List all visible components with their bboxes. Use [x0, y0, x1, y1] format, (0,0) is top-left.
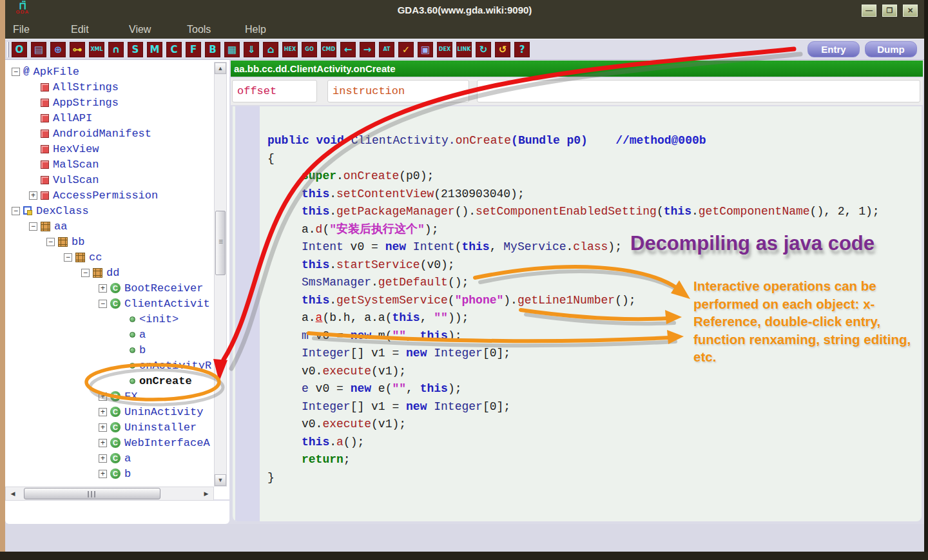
menu-item-tools[interactable]: Tools	[187, 21, 245, 38]
undo-icon[interactable]: ↺	[495, 42, 510, 57]
close-button[interactable]: ✕	[903, 5, 918, 17]
xml-icon[interactable]: XML	[89, 42, 104, 57]
expander-minus-icon[interactable]: −	[29, 222, 37, 231]
tree-item-onactivityr[interactable]: onActivityR	[5, 358, 214, 373]
tree-item-dexclass[interactable]: −DexClass	[5, 203, 214, 218]
expander-minus-icon[interactable]: −	[64, 253, 72, 262]
code-token: (	[322, 223, 329, 236]
entry-button[interactable]: Entry	[807, 41, 860, 57]
classes-icon[interactable]: C	[166, 42, 182, 57]
expander-plus-icon[interactable]: +	[99, 439, 107, 447]
tree-item-bb[interactable]: −bb	[5, 234, 214, 249]
tree-item-dd[interactable]: −dd	[5, 265, 214, 280]
tree-item-uninactivity[interactable]: +CUninActivity	[5, 404, 214, 420]
menu-item-view[interactable]: View	[129, 21, 187, 38]
tree-item-clientactivit[interactable]: −CClientActivit	[5, 296, 214, 311]
expander-minus-icon[interactable]: −	[81, 269, 90, 277]
forward-icon[interactable]: →	[360, 42, 375, 57]
code-xref-link[interactable]: a	[316, 311, 323, 324]
dump-button[interactable]: Dump	[865, 41, 917, 57]
open-icon[interactable]: O	[12, 42, 27, 57]
expander-plus-icon[interactable]: +	[99, 423, 107, 432]
android-icon[interactable]: ∩	[108, 42, 124, 57]
scroll-down-icon[interactable]: ▼	[215, 474, 226, 486]
methods-icon[interactable]: M	[147, 42, 162, 57]
help-icon[interactable]: ?	[514, 42, 530, 57]
column-header-instruction[interactable]: instruction	[327, 80, 469, 102]
expander-spacer	[29, 176, 37, 184]
tree-horizontal-scrollbar[interactable]: ◀ ▶	[5, 487, 214, 501]
column-header-offset[interactable]: offset	[232, 80, 317, 102]
module-icon[interactable]: ▦	[224, 42, 240, 57]
expander-plus-icon[interactable]: +	[99, 454, 107, 463]
tree-item-bootreceiver[interactable]: +CBootReceiver	[5, 280, 214, 296]
code-token: onCreate	[343, 169, 399, 182]
note-icon[interactable]: ▣	[418, 42, 433, 57]
package-icon	[41, 222, 50, 231]
scroll-left-icon[interactable]: ◀	[7, 487, 19, 500]
dex-icon[interactable]: DEX	[437, 42, 452, 57]
mark-icon[interactable]: ✓	[398, 42, 414, 57]
expander-plus-icon[interactable]: +	[29, 191, 37, 200]
tree-item-accesspermission[interactable]: +AccessPermission	[5, 188, 214, 203]
tree-item-label: bb	[72, 236, 84, 248]
go-icon[interactable]: GO	[302, 42, 317, 57]
search-icon[interactable]: ⊕	[50, 42, 66, 57]
tree-item-allstrings[interactable]: AllStrings	[5, 79, 214, 95]
toolbar-handle[interactable]	[7, 42, 9, 57]
expander-minus-icon[interactable]: −	[99, 300, 107, 308]
menu-item-file[interactable]: File	[13, 21, 71, 38]
maximize-button[interactable]: ❐	[882, 5, 897, 17]
expander-minus-icon[interactable]: −	[12, 207, 20, 215]
tree-item-aa[interactable]: −aa	[5, 218, 214, 234]
tree-vertical-scrollbar[interactable]: ▲ ▼	[214, 62, 227, 487]
tree-item-webinterfacea[interactable]: +CWebInterfaceA	[5, 435, 214, 450]
tree-item-oncreate[interactable]: onCreate	[5, 373, 214, 389]
tree-item-a[interactable]: +Ca	[5, 450, 214, 466]
tree-item-cc[interactable]: −cc	[5, 249, 214, 265]
tree-item-a[interactable]: a	[5, 327, 214, 342]
expander-plus-icon[interactable]: +	[99, 284, 107, 293]
tree-item-malscan[interactable]: MalScan	[5, 157, 214, 172]
redo-icon[interactable]: ↻	[476, 42, 491, 57]
expander-plus-icon[interactable]: +	[99, 408, 107, 416]
tree-item-b[interactable]: b	[5, 342, 214, 358]
expander-minus-icon[interactable]: −	[12, 68, 20, 76]
code-token: (p0);	[399, 169, 434, 182]
tree-item-fx[interactable]: +CFX	[5, 389, 214, 404]
tree-item-appstrings[interactable]: AppStrings	[5, 95, 214, 110]
scroll-right-icon[interactable]: ▶	[200, 487, 212, 500]
cmd-icon[interactable]: CMD	[321, 42, 336, 57]
menu-item-help[interactable]: Help	[245, 21, 303, 38]
tree-item-b[interactable]: +Cb	[5, 466, 214, 481]
horizontal-scroll-thumb[interactable]	[24, 488, 160, 499]
hex-icon[interactable]: HEX	[282, 42, 298, 57]
expander-plus-icon[interactable]: +	[99, 392, 107, 401]
at-icon[interactable]: AT	[379, 42, 394, 57]
tree-item-vulscan[interactable]: VulScan	[5, 172, 214, 188]
key-icon[interactable]: ⊶	[70, 42, 85, 57]
tree-item-allapi[interactable]: AllAPI	[5, 110, 214, 126]
tree-item-hexview[interactable]: HexView	[5, 141, 214, 157]
fields-icon[interactable]: F	[186, 42, 201, 57]
expander-minus-icon[interactable]: −	[46, 238, 55, 246]
expander-plus-icon[interactable]: +	[99, 470, 107, 478]
tree-item-apkfile[interactable]: −@ApkFile	[5, 64, 214, 79]
api-icon[interactable]: ⌂	[263, 42, 278, 57]
code-token: [] v1 =	[351, 400, 406, 413]
vertical-scroll-thumb[interactable]	[215, 211, 226, 275]
save-icon[interactable]: ▤	[31, 42, 46, 57]
link-icon[interactable]: LINK	[456, 42, 472, 57]
minimize-button[interactable]: —	[862, 5, 876, 17]
import-icon[interactable]: ⇓	[244, 42, 259, 57]
strings-icon[interactable]: S	[128, 42, 143, 57]
back-icon[interactable]: ←	[340, 42, 356, 57]
tree-item-androidmanifest[interactable]: AndroidManifest	[5, 126, 214, 141]
tree-item-uninstaller[interactable]: +CUninstaller	[5, 420, 214, 435]
scroll-up-icon[interactable]: ▲	[215, 63, 226, 74]
bytecode-icon[interactable]: B	[205, 42, 220, 57]
tree-item-label: onActivityR	[139, 360, 211, 372]
menu-item-edit[interactable]: Edit	[71, 21, 129, 38]
column-header-extra[interactable]	[477, 80, 920, 102]
tree-item-init[interactable]: <init>	[5, 311, 214, 327]
